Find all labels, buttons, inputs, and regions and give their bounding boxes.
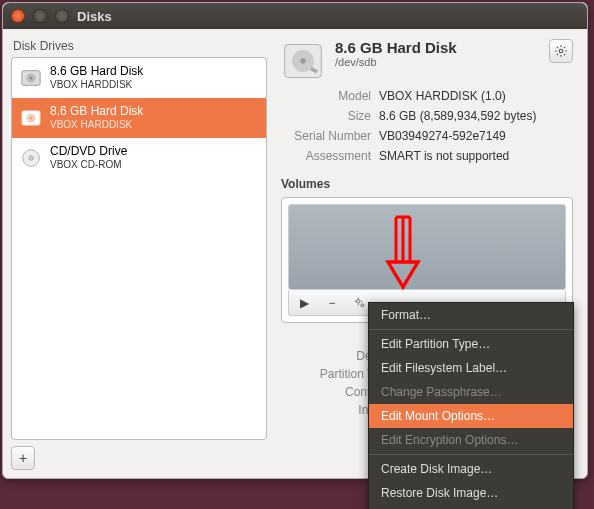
drive-sub: VBOX HARDDISK — [50, 78, 143, 92]
menu-edit-encryption: Edit Encryption Options… — [369, 428, 573, 452]
svg-point-2 — [30, 77, 33, 80]
drive-sub: VBOX HARDDISK — [50, 118, 143, 132]
drive-item-selected[interactable]: 8.6 GB Hard Disk VBOX HARDDISK — [12, 98, 266, 138]
disk-settings-button[interactable] — [549, 39, 573, 63]
window-title: Disks — [77, 9, 112, 24]
play-icon: ▶ — [300, 296, 309, 310]
hdd-icon — [20, 107, 42, 129]
svg-point-5 — [30, 117, 33, 120]
drive-name: 8.6 GB Hard Disk — [50, 104, 143, 118]
disc-icon — [20, 147, 42, 169]
plus-icon: + — [19, 450, 27, 466]
menu-separator — [369, 329, 573, 330]
menu-separator — [369, 454, 573, 455]
svg-point-13 — [357, 299, 361, 303]
menu-create-disk-image[interactable]: Create Disk Image… — [369, 457, 573, 481]
menu-edit-partition-type[interactable]: Edit Partition Type… — [369, 332, 573, 356]
label-assessment: Assessment — [281, 149, 379, 163]
maximize-icon[interactable] — [55, 9, 69, 23]
sidebar-label: Disk Drives — [13, 39, 267, 53]
value-serial: VB03949274-592e7149 — [379, 129, 573, 143]
hdd-large-icon — [281, 39, 325, 83]
drive-name: 8.6 GB Hard Disk — [50, 64, 143, 78]
hdd-icon — [20, 67, 42, 89]
context-menu: Format… Edit Partition Type… Edit Filesy… — [368, 302, 574, 509]
drive-sub: VBOX CD-ROM — [50, 158, 127, 172]
drive-item[interactable]: 8.6 GB Hard Disk VBOX HARDDISK — [12, 58, 266, 98]
disk-title: 8.6 GB Hard Disk — [335, 39, 539, 56]
volume-partition[interactable] — [288, 204, 566, 290]
value-size: 8.6 GB (8,589,934,592 bytes) — [379, 109, 573, 123]
drive-name: CD/DVD Drive — [50, 144, 127, 158]
menu-edit-mount-options[interactable]: Edit Mount Options… — [369, 404, 573, 428]
svg-point-10 — [300, 58, 306, 64]
mount-button[interactable]: ▶ — [295, 294, 313, 312]
delete-button[interactable]: − — [323, 294, 341, 312]
add-button[interactable]: + — [11, 446, 35, 470]
label-serial: Serial Number — [281, 129, 379, 143]
volume-settings-button[interactable] — [351, 294, 369, 312]
value-model: VBOX HARDDISK (1.0) — [379, 89, 573, 103]
gears-icon — [353, 296, 367, 310]
menu-benchmark-volume[interactable]: Benchmark Volume… — [369, 505, 573, 509]
titlebar: Disks — [3, 3, 587, 29]
drive-list: 8.6 GB Hard Disk VBOX HARDDISK 8.6 GB Ha… — [11, 57, 267, 440]
svg-point-7 — [29, 156, 34, 161]
svg-point-14 — [361, 303, 364, 306]
value-assessment: SMART is not supported — [379, 149, 573, 163]
close-icon[interactable] — [11, 9, 25, 23]
label-model: Model — [281, 89, 379, 103]
minimize-icon[interactable] — [33, 9, 47, 23]
drive-item[interactable]: CD/DVD Drive VBOX CD-ROM — [12, 138, 266, 178]
svg-point-12 — [559, 49, 563, 53]
disk-path: /dev/sdb — [335, 56, 539, 68]
volumes-label: Volumes — [281, 177, 573, 191]
menu-change-passphrase: Change Passphrase… — [369, 380, 573, 404]
gear-icon — [554, 44, 568, 58]
menu-edit-fs-label[interactable]: Edit Filesystem Label… — [369, 356, 573, 380]
minus-icon: − — [328, 296, 335, 310]
sidebar: Disk Drives 8.6 GB Hard Disk VBOX HARDDI… — [3, 29, 275, 478]
menu-format[interactable]: Format… — [369, 303, 573, 327]
label-size: Size — [281, 109, 379, 123]
menu-restore-disk-image[interactable]: Restore Disk Image… — [369, 481, 573, 505]
